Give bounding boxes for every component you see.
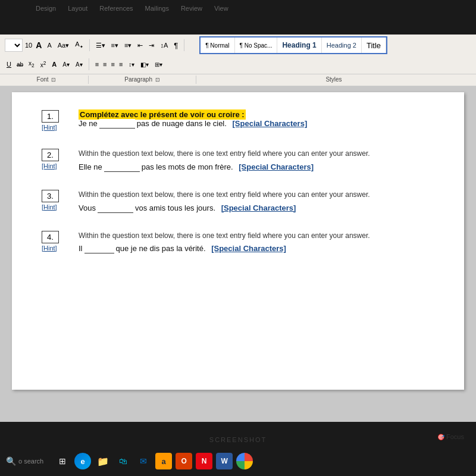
- question-4-content: Within the question text below, there is…: [79, 231, 434, 254]
- menu-references[interactable]: References: [99, 5, 133, 12]
- question-3-content: Within the question text below, there is…: [79, 190, 434, 213]
- sep1: [89, 39, 90, 51]
- focus-icon: 🎯: [437, 434, 444, 440]
- q2-special-chars[interactable]: [Special Characters]: [239, 162, 314, 171]
- shrink-font-btn[interactable]: A: [45, 39, 53, 52]
- style-normal[interactable]: ¶ Normal: [201, 37, 234, 53]
- netflix-icon[interactable]: N: [196, 453, 212, 469]
- q1-text-after: pas de nuage dans le ciel.: [137, 119, 227, 128]
- show-formatting-btn[interactable]: ¶: [172, 39, 180, 52]
- q3-special-chars[interactable]: [Special Characters]: [221, 203, 296, 212]
- menu-design[interactable]: Design: [36, 5, 56, 12]
- borders-btn[interactable]: ⊞▾: [153, 58, 164, 71]
- align-center-btn[interactable]: ≡: [101, 58, 108, 71]
- sep2: [184, 39, 184, 51]
- question-2-sentence: Elle ne pas les mots de mon frère. [Spec…: [79, 162, 434, 172]
- q3-text-after: vos amis tous les jours.: [135, 203, 215, 212]
- q1-special-chars[interactable]: [Special Characters]: [233, 119, 308, 128]
- menu-mailings[interactable]: Mailings: [145, 5, 169, 12]
- q1-text-before: Je ne: [79, 119, 98, 128]
- search-icon: 🔍: [6, 456, 16, 466]
- q4-input[interactable]: [84, 244, 114, 253]
- styles-box: ¶ Normal ¶ No Spac... Heading 1 Heading …: [199, 36, 387, 54]
- menu-review[interactable]: Review: [181, 5, 202, 12]
- question-1-instruction: Complétez avec le présent de voir ou cro…: [79, 110, 434, 119]
- question-1-sentence: Je ne pas de nuage dans le ciel. [Specia…: [79, 119, 434, 129]
- document-page: 1. [Hint] Complétez avec le présent de v…: [12, 92, 464, 390]
- bullets-btn[interactable]: ☰▾: [94, 39, 107, 52]
- word-icon[interactable]: W: [216, 453, 233, 469]
- style-heading2[interactable]: Heading 2: [322, 37, 362, 53]
- q3-input[interactable]: [98, 203, 133, 213]
- numbering-btn[interactable]: ≡▾: [109, 39, 120, 52]
- aa-btn[interactable]: Aa▾: [56, 39, 71, 52]
- highlight-btn[interactable]: A▾: [61, 58, 71, 71]
- mail-icon[interactable]: ✉: [135, 453, 152, 469]
- styles-section: ¶ Normal ¶ No Spac... Heading 1 Heading …: [195, 36, 387, 54]
- align-group: ≡ ≡ ≡ ≡: [93, 58, 125, 71]
- question-1-hint[interactable]: [Hint]: [42, 124, 57, 131]
- shading-btn[interactable]: ◧▾: [139, 58, 151, 71]
- styles-group-label: Styles: [196, 76, 471, 83]
- justify-btn[interactable]: ≡: [117, 58, 124, 71]
- style-nospace[interactable]: ¶ No Spac...: [235, 37, 278, 53]
- menu-view[interactable]: View: [214, 5, 228, 12]
- increase-indent-btn[interactable]: ⇥: [147, 39, 156, 52]
- question-3-block: 3. [Hint] Within the question text below…: [42, 190, 434, 213]
- question-1-content: Complétez avec le présent de voir ou cro…: [79, 110, 434, 129]
- question-1-instruction-text: Complétez avec le présent de voir ou cro…: [79, 109, 246, 120]
- question-3-number: 3.: [42, 190, 59, 202]
- strikethrough-indicator: ab: [15, 61, 24, 68]
- q2-input[interactable]: [104, 162, 140, 172]
- q3-text-before: Vous: [79, 203, 96, 212]
- question-2-hint[interactable]: [Hint]: [42, 162, 57, 170]
- q2-text-after: pas les mots de mon frère.: [142, 162, 233, 171]
- question-2-instruction: Within the question text below, there is…: [79, 149, 434, 159]
- question-4-hint[interactable]: [Hint]: [42, 245, 57, 252]
- taskview-icon[interactable]: ⊞: [54, 453, 71, 469]
- font-name-select[interactable]: a: [5, 39, 23, 52]
- style-title[interactable]: Title: [362, 37, 386, 53]
- question-3-instruction: Within the question text below, there is…: [79, 190, 434, 200]
- decrease-indent-btn[interactable]: ⇤: [136, 39, 145, 52]
- question-4-block: 4. [Hint] Within the question text below…: [42, 231, 434, 254]
- amazon-icon[interactable]: a: [155, 453, 172, 469]
- question-3-hint[interactable]: [Hint]: [42, 203, 57, 211]
- sep3: [89, 58, 89, 70]
- font-color-btn[interactable]: A: [50, 58, 58, 71]
- sort-btn[interactable]: ↕A: [158, 39, 170, 52]
- chrome-icon[interactable]: [236, 453, 253, 469]
- align-left-btn[interactable]: ≡: [93, 58, 101, 71]
- line-spacing-btn[interactable]: ↕▾: [127, 58, 136, 71]
- title-bar: Design Layout References Mailings Review…: [0, 0, 476, 35]
- multilevel-btn[interactable]: ≡▾: [123, 39, 133, 52]
- q4-text-before: Il: [79, 244, 83, 253]
- align-right-btn[interactable]: ≡: [109, 58, 117, 71]
- edge-icon[interactable]: e: [74, 453, 91, 469]
- office-icon[interactable]: O: [176, 453, 192, 469]
- style-heading1[interactable]: Heading 1: [277, 37, 321, 53]
- menu-layout[interactable]: Layout: [68, 5, 87, 12]
- font-expander[interactable]: ⊡: [51, 77, 56, 83]
- store-icon[interactable]: 🛍: [115, 453, 131, 469]
- explorer-icon[interactable]: 📁: [95, 453, 111, 469]
- format-clear-btn[interactable]: A✦: [73, 39, 84, 52]
- underline-btn[interactable]: U: [5, 58, 13, 71]
- font-color2-btn[interactable]: A▾: [74, 58, 84, 71]
- subscript-btn[interactable]: x2: [27, 58, 36, 71]
- superscript-btn[interactable]: x2: [39, 58, 48, 71]
- question-2-block: 2. [Hint] Within the question text below…: [42, 149, 434, 172]
- question-1-left: 1. [Hint]: [42, 110, 71, 131]
- question-3-sentence: Vous vos amis tous les jours. [Special C…: [79, 203, 434, 213]
- grow-font-btn[interactable]: A: [35, 39, 43, 52]
- search-label[interactable]: o search: [18, 458, 43, 465]
- question-4-sentence: Il que je ne dis pas la vérité. [Special…: [79, 244, 434, 253]
- question-2-content: Within the question text below, there is…: [79, 149, 434, 172]
- q1-input[interactable]: [99, 119, 135, 129]
- taskbar: 🔍 o search ⊞ e 📁 🛍 ✉ a O N W: [0, 446, 476, 476]
- q4-text-after: que je ne dis pas la vérité.: [116, 244, 206, 253]
- q4-special-chars[interactable]: [Special Characters]: [211, 244, 286, 253]
- watermark: SCREENSHOT: [209, 436, 267, 443]
- question-4-instruction: Within the question text below, there is…: [79, 231, 434, 241]
- para-expander[interactable]: ⊡: [155, 77, 160, 83]
